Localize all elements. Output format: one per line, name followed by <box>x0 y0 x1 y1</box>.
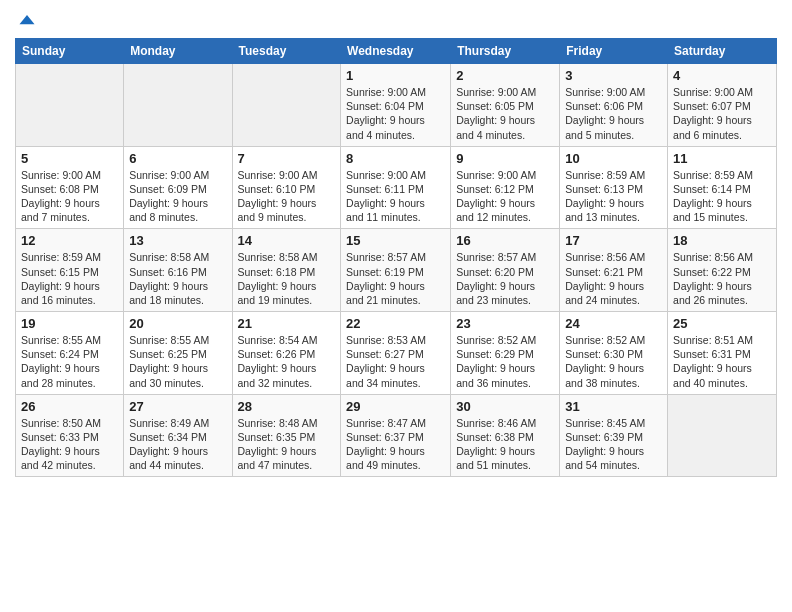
day-number: 7 <box>238 151 336 166</box>
calendar-cell: 17Sunrise: 8:56 AM Sunset: 6:21 PM Dayli… <box>560 229 668 312</box>
calendar-cell: 25Sunrise: 8:51 AM Sunset: 6:31 PM Dayli… <box>668 312 777 395</box>
day-info: Sunrise: 9:00 AM Sunset: 6:08 PM Dayligh… <box>21 168 118 225</box>
calendar-cell: 18Sunrise: 8:56 AM Sunset: 6:22 PM Dayli… <box>668 229 777 312</box>
calendar-cell: 9Sunrise: 9:00 AM Sunset: 6:12 PM Daylig… <box>451 146 560 229</box>
day-number: 22 <box>346 316 445 331</box>
day-info: Sunrise: 9:00 AM Sunset: 6:04 PM Dayligh… <box>346 85 445 142</box>
day-number: 23 <box>456 316 554 331</box>
day-info: Sunrise: 8:59 AM Sunset: 6:14 PM Dayligh… <box>673 168 771 225</box>
day-number: 20 <box>129 316 226 331</box>
day-number: 31 <box>565 399 662 414</box>
day-number: 12 <box>21 233 118 248</box>
day-number: 2 <box>456 68 554 83</box>
calendar-cell: 5Sunrise: 9:00 AM Sunset: 6:08 PM Daylig… <box>16 146 124 229</box>
weekday-header-saturday: Saturday <box>668 39 777 64</box>
weekday-header-sunday: Sunday <box>16 39 124 64</box>
calendar-cell: 14Sunrise: 8:58 AM Sunset: 6:18 PM Dayli… <box>232 229 341 312</box>
day-number: 4 <box>673 68 771 83</box>
day-number: 5 <box>21 151 118 166</box>
day-number: 9 <box>456 151 554 166</box>
day-info: Sunrise: 9:00 AM Sunset: 6:10 PM Dayligh… <box>238 168 336 225</box>
calendar-cell: 16Sunrise: 8:57 AM Sunset: 6:20 PM Dayli… <box>451 229 560 312</box>
calendar-cell: 27Sunrise: 8:49 AM Sunset: 6:34 PM Dayli… <box>124 394 232 477</box>
day-info: Sunrise: 8:56 AM Sunset: 6:22 PM Dayligh… <box>673 250 771 307</box>
day-info: Sunrise: 8:57 AM Sunset: 6:20 PM Dayligh… <box>456 250 554 307</box>
day-number: 25 <box>673 316 771 331</box>
day-info: Sunrise: 8:55 AM Sunset: 6:24 PM Dayligh… <box>21 333 118 390</box>
logo <box>15 10 37 30</box>
calendar-cell: 29Sunrise: 8:47 AM Sunset: 6:37 PM Dayli… <box>341 394 451 477</box>
week-row-5: 26Sunrise: 8:50 AM Sunset: 6:33 PM Dayli… <box>16 394 777 477</box>
calendar-cell: 11Sunrise: 8:59 AM Sunset: 6:14 PM Dayli… <box>668 146 777 229</box>
weekday-header-friday: Friday <box>560 39 668 64</box>
day-info: Sunrise: 8:50 AM Sunset: 6:33 PM Dayligh… <box>21 416 118 473</box>
calendar-cell: 4Sunrise: 9:00 AM Sunset: 6:07 PM Daylig… <box>668 64 777 147</box>
day-number: 13 <box>129 233 226 248</box>
weekday-header-thursday: Thursday <box>451 39 560 64</box>
calendar-cell: 1Sunrise: 9:00 AM Sunset: 6:04 PM Daylig… <box>341 64 451 147</box>
calendar-cell: 6Sunrise: 9:00 AM Sunset: 6:09 PM Daylig… <box>124 146 232 229</box>
day-info: Sunrise: 9:00 AM Sunset: 6:07 PM Dayligh… <box>673 85 771 142</box>
day-info: Sunrise: 8:58 AM Sunset: 6:18 PM Dayligh… <box>238 250 336 307</box>
calendar-cell: 15Sunrise: 8:57 AM Sunset: 6:19 PM Dayli… <box>341 229 451 312</box>
calendar-cell: 31Sunrise: 8:45 AM Sunset: 6:39 PM Dayli… <box>560 394 668 477</box>
calendar-cell: 24Sunrise: 8:52 AM Sunset: 6:30 PM Dayli… <box>560 312 668 395</box>
calendar-cell: 8Sunrise: 9:00 AM Sunset: 6:11 PM Daylig… <box>341 146 451 229</box>
weekday-header-wednesday: Wednesday <box>341 39 451 64</box>
day-number: 29 <box>346 399 445 414</box>
week-row-1: 1Sunrise: 9:00 AM Sunset: 6:04 PM Daylig… <box>16 64 777 147</box>
calendar-cell: 3Sunrise: 9:00 AM Sunset: 6:06 PM Daylig… <box>560 64 668 147</box>
header <box>15 10 777 30</box>
day-number: 6 <box>129 151 226 166</box>
day-info: Sunrise: 9:00 AM Sunset: 6:05 PM Dayligh… <box>456 85 554 142</box>
weekday-header-tuesday: Tuesday <box>232 39 341 64</box>
day-info: Sunrise: 8:48 AM Sunset: 6:35 PM Dayligh… <box>238 416 336 473</box>
day-info: Sunrise: 8:51 AM Sunset: 6:31 PM Dayligh… <box>673 333 771 390</box>
calendar-cell: 12Sunrise: 8:59 AM Sunset: 6:15 PM Dayli… <box>16 229 124 312</box>
day-info: Sunrise: 8:46 AM Sunset: 6:38 PM Dayligh… <box>456 416 554 473</box>
page-container: SundayMondayTuesdayWednesdayThursdayFrid… <box>0 0 792 487</box>
calendar-cell: 7Sunrise: 9:00 AM Sunset: 6:10 PM Daylig… <box>232 146 341 229</box>
day-number: 21 <box>238 316 336 331</box>
day-number: 18 <box>673 233 771 248</box>
week-row-3: 12Sunrise: 8:59 AM Sunset: 6:15 PM Dayli… <box>16 229 777 312</box>
calendar-cell <box>16 64 124 147</box>
calendar-cell: 28Sunrise: 8:48 AM Sunset: 6:35 PM Dayli… <box>232 394 341 477</box>
day-info: Sunrise: 8:58 AM Sunset: 6:16 PM Dayligh… <box>129 250 226 307</box>
day-number: 16 <box>456 233 554 248</box>
calendar-cell: 19Sunrise: 8:55 AM Sunset: 6:24 PM Dayli… <box>16 312 124 395</box>
day-info: Sunrise: 8:55 AM Sunset: 6:25 PM Dayligh… <box>129 333 226 390</box>
calendar-cell: 10Sunrise: 8:59 AM Sunset: 6:13 PM Dayli… <box>560 146 668 229</box>
day-info: Sunrise: 9:00 AM Sunset: 6:11 PM Dayligh… <box>346 168 445 225</box>
day-info: Sunrise: 8:52 AM Sunset: 6:30 PM Dayligh… <box>565 333 662 390</box>
day-info: Sunrise: 9:00 AM Sunset: 6:12 PM Dayligh… <box>456 168 554 225</box>
weekday-header-row: SundayMondayTuesdayWednesdayThursdayFrid… <box>16 39 777 64</box>
day-number: 28 <box>238 399 336 414</box>
day-number: 26 <box>21 399 118 414</box>
day-number: 17 <box>565 233 662 248</box>
day-number: 1 <box>346 68 445 83</box>
day-info: Sunrise: 8:49 AM Sunset: 6:34 PM Dayligh… <box>129 416 226 473</box>
day-number: 8 <box>346 151 445 166</box>
day-info: Sunrise: 8:47 AM Sunset: 6:37 PM Dayligh… <box>346 416 445 473</box>
calendar-cell <box>668 394 777 477</box>
week-row-2: 5Sunrise: 9:00 AM Sunset: 6:08 PM Daylig… <box>16 146 777 229</box>
calendar-cell: 21Sunrise: 8:54 AM Sunset: 6:26 PM Dayli… <box>232 312 341 395</box>
day-info: Sunrise: 8:54 AM Sunset: 6:26 PM Dayligh… <box>238 333 336 390</box>
day-number: 11 <box>673 151 771 166</box>
day-info: Sunrise: 8:52 AM Sunset: 6:29 PM Dayligh… <box>456 333 554 390</box>
day-info: Sunrise: 8:59 AM Sunset: 6:15 PM Dayligh… <box>21 250 118 307</box>
day-number: 30 <box>456 399 554 414</box>
calendar-cell: 30Sunrise: 8:46 AM Sunset: 6:38 PM Dayli… <box>451 394 560 477</box>
calendar-cell: 13Sunrise: 8:58 AM Sunset: 6:16 PM Dayli… <box>124 229 232 312</box>
day-info: Sunrise: 8:53 AM Sunset: 6:27 PM Dayligh… <box>346 333 445 390</box>
weekday-header-monday: Monday <box>124 39 232 64</box>
day-number: 27 <box>129 399 226 414</box>
day-number: 24 <box>565 316 662 331</box>
day-info: Sunrise: 9:00 AM Sunset: 6:09 PM Dayligh… <box>129 168 226 225</box>
day-info: Sunrise: 8:56 AM Sunset: 6:21 PM Dayligh… <box>565 250 662 307</box>
calendar-cell: 22Sunrise: 8:53 AM Sunset: 6:27 PM Dayli… <box>341 312 451 395</box>
day-info: Sunrise: 8:57 AM Sunset: 6:19 PM Dayligh… <box>346 250 445 307</box>
logo-icon <box>17 10 37 30</box>
day-info: Sunrise: 8:45 AM Sunset: 6:39 PM Dayligh… <box>565 416 662 473</box>
